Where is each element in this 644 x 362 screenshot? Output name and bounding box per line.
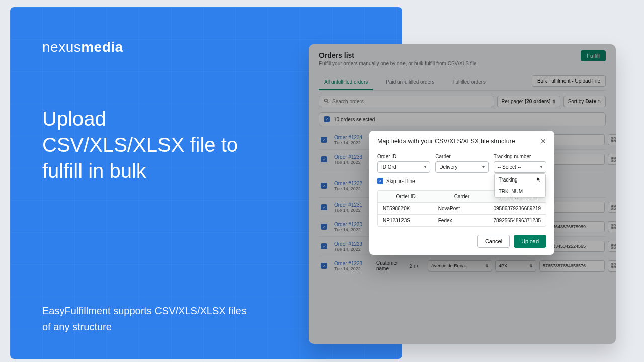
chevron-down-icon: ▾ — [540, 165, 542, 169]
carrier-select[interactable]: Delivery▾ — [435, 161, 488, 173]
cancel-button[interactable]: Cancel — [477, 235, 510, 248]
brand-bold: media — [81, 39, 123, 55]
tracking-select[interactable]: -- Select --▾ Tracking TRK_NUM — [494, 161, 546, 173]
upload-button[interactable]: Upload — [514, 235, 546, 248]
chevron-down-icon: ▾ — [482, 165, 485, 169]
order-id-label: Order ID — [377, 154, 430, 159]
brand-prefix: nexus — [42, 39, 81, 55]
skip-first-line-label: Skip first line — [386, 178, 415, 184]
map-fields-modal: Map fields with your CSV/XLS/XLSX file s… — [369, 131, 554, 255]
modal-title: Map fields with your CSV/XLS/XLSX file s… — [377, 138, 515, 145]
dropdown-option-trknum[interactable]: TRK_NUM — [495, 186, 545, 197]
skip-first-line-checkbox[interactable]: ✓ — [377, 178, 383, 184]
cursor-icon — [536, 177, 541, 183]
chevron-down-icon: ▾ — [424, 165, 426, 169]
headline: Upload CSV/XLS/XLSX file to fulfill in b… — [42, 106, 254, 184]
close-icon[interactable]: ✕ — [540, 138, 546, 145]
app-window: Orders list Fulfill your orders manually… — [309, 44, 616, 344]
tracking-label: Tracking number — [494, 154, 546, 159]
order-id-select[interactable]: ID Ord▾ — [377, 161, 430, 173]
dropdown-option-tracking[interactable]: Tracking — [495, 174, 545, 186]
subline: EasyFulfillment supports CSV/XLS/XLSX fi… — [42, 303, 254, 335]
carrier-label: Carrier — [435, 154, 488, 159]
tracking-dropdown: Tracking TRK_NUM — [494, 173, 546, 198]
